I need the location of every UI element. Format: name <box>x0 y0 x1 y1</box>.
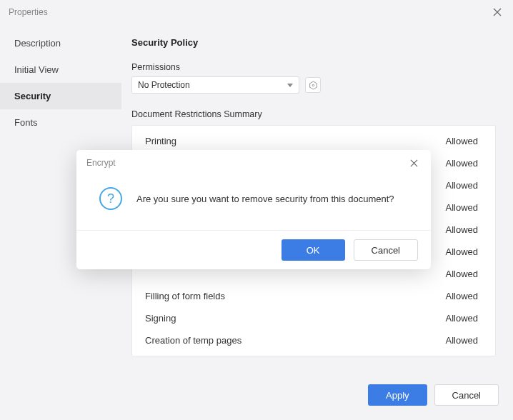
restriction-value: Allowed <box>445 269 478 279</box>
restriction-value: Allowed <box>445 136 478 146</box>
restriction-label: Creation of temp pages <box>145 335 241 346</box>
restriction-label: Filling of form fields <box>145 291 225 301</box>
table-row: SigningAllowed <box>132 307 495 329</box>
restriction-value: Allowed <box>445 291 478 301</box>
sidebar-item-label: Description <box>14 38 61 49</box>
dialog-footer: Apply Cancel <box>0 370 513 420</box>
dialog-title: Encrypt <box>86 158 116 168</box>
table-row: Creation of temp pagesAllowed <box>132 329 495 351</box>
restriction-value: Allowed <box>445 202 478 213</box>
cancel-button[interactable]: Cancel <box>434 384 499 406</box>
permissions-select[interactable]: No Protection <box>131 76 299 94</box>
security-settings-button[interactable] <box>305 77 321 93</box>
settings-icon <box>309 81 318 90</box>
apply-button[interactable]: Apply <box>368 384 427 406</box>
restriction-value: Allowed <box>445 224 478 235</box>
restriction-value: Allowed <box>445 246 478 257</box>
restriction-label: Printing <box>145 136 176 146</box>
chevron-down-icon <box>287 84 293 87</box>
sidebar-item-security[interactable]: Security <box>0 83 121 109</box>
table-row: PrintingAllowed <box>132 130 495 152</box>
permissions-select-value: No Protection <box>138 80 190 90</box>
window-header: Properties <box>0 0 513 24</box>
question-icon: ? <box>99 187 122 210</box>
svg-point-1 <box>312 84 314 86</box>
confirm-dialog: Encrypt ? Are you sure you want to remov… <box>76 150 431 269</box>
restriction-value: Allowed <box>445 180 478 191</box>
close-icon[interactable] <box>490 4 504 21</box>
restriction-value: Allowed <box>445 335 478 346</box>
restriction-value: Allowed <box>445 158 478 169</box>
dialog-message: Are you sure you want to remove security… <box>136 194 394 204</box>
section-heading: Security Policy <box>131 37 496 48</box>
permissions-label: Permissions <box>131 62 496 72</box>
svg-marker-0 <box>309 81 317 89</box>
restriction-label: Signing <box>145 313 176 324</box>
sidebar-item-label: Initial View <box>14 64 59 75</box>
sidebar-item-initial-view[interactable]: Initial View <box>0 56 121 83</box>
dialog-cancel-button[interactable]: Cancel <box>354 239 418 261</box>
dialog-close-icon[interactable] <box>407 154 421 172</box>
sidebar-item-label: Security <box>14 91 51 101</box>
restriction-value: Allowed <box>445 313 478 324</box>
sidebar-item-label: Fonts <box>14 117 38 128</box>
summary-label: Document Restrictions Summary <box>131 109 496 119</box>
sidebar-item-description[interactable]: Description <box>0 30 121 56</box>
window-title: Properties <box>9 7 48 17</box>
ok-button[interactable]: OK <box>282 239 345 261</box>
sidebar-item-fonts[interactable]: Fonts <box>0 109 121 136</box>
table-row: Filling of form fieldsAllowed <box>132 285 495 307</box>
